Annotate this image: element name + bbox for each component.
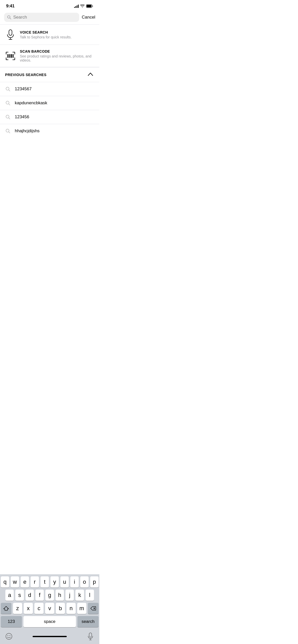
svg-rect-4 xyxy=(9,30,12,35)
voice-search-item[interactable]: VOICE SEARCH Talk to Sephora for quick r… xyxy=(0,25,99,45)
cancel-button[interactable]: Cancel xyxy=(82,14,95,21)
svg-line-16 xyxy=(9,90,10,91)
history-item-2[interactable]: 123456 xyxy=(0,110,99,124)
history-item-text-2: 123456 xyxy=(15,114,29,120)
status-icons xyxy=(74,4,93,8)
voice-search-text: VOICE SEARCH Talk to Sephora for quick r… xyxy=(20,30,72,39)
collapse-button[interactable] xyxy=(87,71,94,78)
previous-searches-title: PREVIOUS SEARCHES xyxy=(5,73,47,77)
status-time: 9:41 xyxy=(6,4,15,9)
chevron-up-icon xyxy=(88,72,93,76)
scan-barcode-item[interactable]: SCAN BARCODE See product ratings and rev… xyxy=(0,45,99,67)
svg-line-3 xyxy=(10,18,11,19)
history-item-text-1: kapdunencbkask xyxy=(15,100,47,106)
wifi-icon xyxy=(80,5,85,8)
svg-line-18 xyxy=(9,104,10,105)
search-icon xyxy=(7,15,11,19)
battery-icon xyxy=(86,4,93,8)
scan-barcode-title: SCAN BARCODE xyxy=(20,49,94,53)
search-history-icon-3 xyxy=(5,128,11,134)
microphone-icon xyxy=(5,29,16,40)
search-input-wrapper[interactable] xyxy=(4,13,79,22)
voice-search-title: VOICE SEARCH xyxy=(20,30,72,34)
svg-rect-1 xyxy=(87,5,91,7)
status-bar: 9:41 xyxy=(0,0,99,11)
history-item-0[interactable]: 1234567 xyxy=(0,82,99,96)
scan-barcode-subtitle: See product ratings and reviews, photos,… xyxy=(20,54,94,62)
scan-barcode-text: SCAN BARCODE See product ratings and rev… xyxy=(20,49,94,62)
history-item-text-0: 1234567 xyxy=(15,86,32,92)
search-input[interactable] xyxy=(13,15,76,20)
svg-line-22 xyxy=(9,132,10,133)
history-item-1[interactable]: kapdunencbkask xyxy=(0,96,99,110)
search-history-icon-2 xyxy=(5,114,11,120)
svg-line-20 xyxy=(9,118,10,119)
search-history-icon-1 xyxy=(5,100,11,106)
barcode-icon xyxy=(5,51,16,61)
signal-icon xyxy=(74,4,79,8)
history-item-text-3: hhajhcjdijshs xyxy=(15,128,39,134)
search-history-icon-0 xyxy=(5,86,11,92)
voice-search-subtitle: Talk to Sephora for quick results. xyxy=(20,35,72,39)
history-item-3[interactable]: hhajhcjdijshs xyxy=(0,124,99,138)
previous-searches-header: PREVIOUS SEARCHES xyxy=(0,67,99,82)
search-header: Cancel xyxy=(0,11,99,24)
